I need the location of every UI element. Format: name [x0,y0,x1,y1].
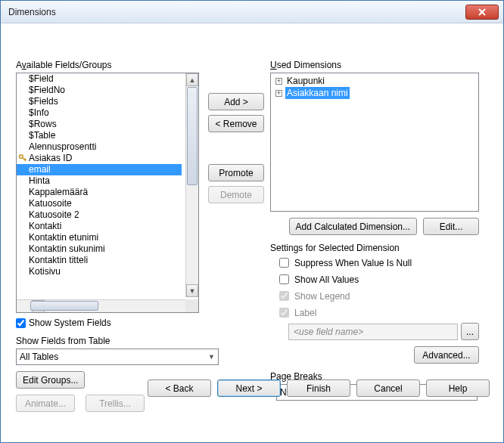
cancel-button[interactable]: Cancel [356,379,420,397]
list-item[interactable]: $Field [17,73,182,85]
settings-title: Settings for Selected Dimension [270,243,479,253]
list-item[interactable]: Asiakas ID [17,153,182,164]
show-system-fields-checkbox[interactable] [16,318,26,328]
help-button[interactable]: Help [426,379,490,397]
show-system-fields-row: Show System Fields [16,318,199,328]
list-item[interactable]: Kappalemäärä [17,187,182,198]
dialog-body: Available Fields/Groups $Field $FieldNo … [1,23,503,406]
tree-item-selected[interactable]: + Asiakkaan nimi [272,87,477,99]
list-item[interactable]: Katuosoite [17,198,182,209]
tree-item[interactable]: + Kaupunki [272,75,477,87]
expander-icon[interactable]: + [275,78,282,85]
scroll-thumb[interactable] [187,87,198,185]
scroll-thumb[interactable] [30,301,98,311]
scroll-up-button[interactable]: ▲ [186,73,198,86]
next-button[interactable]: Next > [217,379,281,397]
show-all-values-checkbox[interactable] [279,274,289,284]
show-legend-row: Show Legend [270,289,479,303]
finish-button[interactable]: Finish [287,379,350,397]
show-all-values-row: Show All Values [270,272,479,287]
list-item[interactable]: $Fields [17,96,182,107]
label-checkbox [279,308,289,318]
used-dimensions-label: Used Dimensions [270,60,479,70]
tables-combo[interactable]: All Tables ▼ [16,349,219,365]
list-item[interactable]: $FieldNo [17,85,182,96]
label-row: Label [270,305,479,320]
remove-button[interactable]: < Remove [208,115,264,132]
trellis-button[interactable]: Trellis... [86,395,145,412]
label-input[interactable]: <use field name> [288,324,458,340]
advanced-button[interactable]: Advanced... [414,346,479,364]
list-item[interactable]: $Table [17,130,182,141]
add-calculated-dimension-button[interactable]: Add Calculated Dimension... [289,218,417,235]
horizontal-scrollbar[interactable]: ◀ ▶ [17,299,185,312]
list-item[interactable]: Katuosoite 2 [17,209,182,221]
list-item[interactable]: Kotisivu [17,266,182,277]
settings-group: Settings for Selected Dimension Suppress… [270,243,479,364]
used-dimensions-tree[interactable]: + Kaupunki + Asiakkaan nimi [270,73,479,212]
demote-button[interactable]: Demote [208,186,264,203]
dialog-window: Dimensions Available Fields/Groups $Fiel… [0,0,504,443]
scroll-down-button[interactable]: ▼ [186,284,198,297]
list-item[interactable]: Kontaktin etunimi [17,232,182,243]
add-button[interactable]: Add > [208,93,264,110]
show-legend-checkbox [279,291,289,301]
list-item[interactable]: Kontaktin titteli [17,255,182,266]
available-fields-listbox[interactable]: $Field $FieldNo $Fields $Info $Rows $Tab… [16,73,199,313]
used-dimensions-panel: Used Dimensions + Kaupunki + Asiakkaan n… [270,60,479,401]
vertical-scrollbar[interactable]: ▲ ▼ [185,73,198,297]
list-item[interactable]: $Info [17,107,182,119]
middle-buttons: Add > < Remove Promote Demote [208,72,264,203]
promote-button[interactable]: Promote [208,164,264,181]
animate-button[interactable]: Animate... [16,395,75,412]
suppress-null-checkbox[interactable] [279,258,289,268]
list-item[interactable]: Hinta [17,175,182,187]
scroll-corner [185,299,198,312]
chevron-down-icon: ▼ [208,353,215,361]
list-item[interactable]: $Rows [17,119,182,130]
titlebar[interactable]: Dimensions [1,1,503,23]
expander-icon[interactable]: + [275,90,282,97]
available-fields-label: Available Fields/Groups [16,60,199,70]
list-item[interactable]: Kontakti [17,221,182,232]
close-icon [478,8,487,16]
available-fields-panel: Available Fields/Groups $Field $FieldNo … [16,60,199,412]
list-item-selected[interactable]: email [17,164,182,175]
label-browse-button[interactable]: ... [461,323,479,340]
tables-combo-value: All Tables [20,352,58,362]
back-button[interactable]: < Back [148,379,211,397]
edit-dimension-button[interactable]: Edit... [423,218,479,235]
window-title: Dimensions [8,7,465,17]
list-item[interactable]: Kontaktin sukunimi [17,243,182,255]
key-icon [18,153,27,163]
list-item[interactable]: Alennusprosentti [17,141,182,153]
wizard-buttons: < Back Next > Finish Cancel Help [1,379,503,397]
suppress-null-row: Suppress When Value Is Null [270,256,479,270]
show-fields-from-table-label: Show Fields from Table [16,336,199,346]
close-button[interactable] [465,5,499,20]
